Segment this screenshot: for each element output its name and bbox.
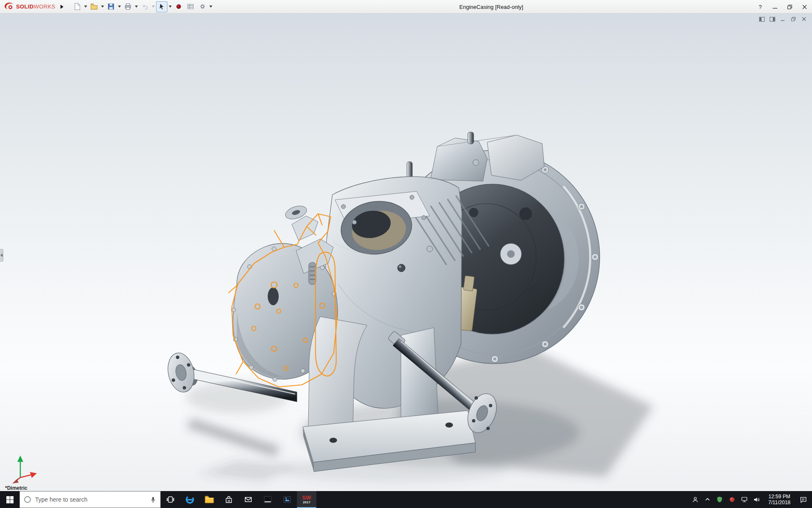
print-button[interactable] <box>122 1 134 12</box>
solidworks-swirl-icon <box>4 3 14 11</box>
select-arrow-icon <box>158 3 165 10</box>
new-document-dropdown[interactable] <box>83 1 88 12</box>
people-icon <box>691 496 699 503</box>
people-button[interactable] <box>691 496 699 503</box>
clock-date: 7/11/2018 <box>768 500 791 505</box>
dock-pane-right-icon <box>770 17 775 22</box>
select-tool-dropdown[interactable] <box>168 1 173 12</box>
chevron-down-icon <box>135 6 138 8</box>
help-button[interactable]: ? <box>753 0 768 14</box>
options-button[interactable] <box>197 1 208 12</box>
close-icon <box>802 5 807 9</box>
undo-button[interactable] <box>139 1 151 12</box>
task-view-icon <box>166 495 175 504</box>
x-axis-arrow <box>20 475 32 478</box>
dock-pane-left-button[interactable] <box>758 16 765 22</box>
file-properties-icon <box>187 3 194 10</box>
file-explorer-button[interactable] <box>200 491 219 508</box>
maximize-button[interactable] <box>782 0 797 14</box>
close-button[interactable] <box>797 0 812 14</box>
mail-button[interactable] <box>239 491 258 508</box>
document-title: EngineCasing [Read-only] <box>459 0 523 14</box>
child-window-controls <box>758 16 808 22</box>
photos-icon <box>283 495 292 504</box>
task-view-button[interactable] <box>161 491 180 508</box>
undo-icon <box>141 3 148 10</box>
solidworks-logo: SOLIDWORKS <box>0 3 58 11</box>
start-button[interactable] <box>0 491 19 508</box>
solidworks-app-button[interactable]: SW 2017 <box>297 491 316 508</box>
network-tray-button[interactable] <box>741 496 748 503</box>
action-center-icon <box>799 496 807 504</box>
chevron-down-icon <box>101 6 104 8</box>
open-button[interactable] <box>88 1 100 12</box>
quick-access-toolbar <box>71 1 213 12</box>
expand-triangle-icon <box>60 5 63 9</box>
taskbar-clock[interactable]: 12:59 PM 7/11/2018 <box>765 491 795 508</box>
rebuild-button[interactable] <box>173 1 184 12</box>
search-input[interactable] <box>35 496 146 503</box>
view-orientation-label: *Dimetric <box>5 485 27 491</box>
solidworks-monitor-tray-button[interactable] <box>728 496 736 503</box>
save-dropdown[interactable] <box>117 1 122 12</box>
open-folder-icon <box>91 3 98 10</box>
new-document-button[interactable] <box>71 1 83 12</box>
microphone-icon[interactable] <box>150 496 156 503</box>
print-icon <box>124 3 132 10</box>
taskbar-spacer <box>316 491 687 508</box>
console-icon <box>263 495 272 504</box>
store-button[interactable] <box>219 491 239 508</box>
titlebar: SOLIDWORKS <box>0 0 812 14</box>
windows-logo-icon <box>6 496 14 503</box>
chevron-down-icon <box>84 6 87 8</box>
graphics-viewport[interactable]: *Dimetric <box>0 14 812 491</box>
file-properties-button[interactable] <box>185 1 196 12</box>
taskbar-search[interactable] <box>19 491 161 508</box>
close-icon <box>802 17 807 22</box>
save-floppy-icon <box>107 3 115 10</box>
resource-monitor-icon <box>729 497 735 502</box>
volume-tray-button[interactable] <box>753 496 760 503</box>
system-tray <box>687 491 765 508</box>
clock-time: 12:59 PM <box>768 494 790 500</box>
defender-tray-button[interactable] <box>716 496 724 503</box>
window-controls: ? <box>753 0 812 14</box>
show-hidden-icons-button[interactable] <box>704 496 711 503</box>
dock-pane-right-button[interactable] <box>768 16 776 22</box>
rebuild-icon <box>176 3 182 10</box>
file-explorer-icon <box>204 495 214 504</box>
undo-dropdown[interactable] <box>151 1 156 12</box>
action-center-button[interactable] <box>794 491 812 508</box>
photos-app-button[interactable] <box>277 491 297 508</box>
dock-pane-left-icon <box>759 17 765 22</box>
engine-casing-model[interactable] <box>0 14 812 491</box>
mail-envelope-icon <box>244 495 253 504</box>
restore-icon <box>791 17 796 22</box>
child-restore-button[interactable] <box>790 16 797 22</box>
edge-browser-button[interactable] <box>180 491 200 508</box>
print-dropdown[interactable] <box>134 1 139 12</box>
new-document-icon <box>74 3 81 10</box>
solidworks-app-icon: SW <box>302 495 311 500</box>
select-tool-button[interactable] <box>156 1 167 12</box>
open-dropdown[interactable] <box>100 1 105 12</box>
options-dropdown[interactable] <box>208 1 213 12</box>
minimize-button[interactable] <box>768 0 782 14</box>
defender-shield-icon <box>716 496 723 503</box>
store-bag-icon <box>224 495 233 504</box>
chevron-down-icon <box>152 6 155 8</box>
orientation-triad <box>6 450 44 484</box>
taskbar: SW 2017 <box>0 491 812 508</box>
save-button[interactable] <box>105 1 117 12</box>
chevron-down-icon <box>118 6 121 8</box>
edge-icon <box>185 494 195 505</box>
console-app-button[interactable] <box>258 491 277 508</box>
gear-icon <box>199 3 206 10</box>
network-icon <box>741 496 748 503</box>
cortana-ring-icon <box>24 496 31 503</box>
child-minimize-button[interactable] <box>779 16 787 22</box>
minimize-icon <box>781 17 785 22</box>
menu-expand-arrow[interactable] <box>58 2 66 12</box>
top-bracket[interactable] <box>407 132 544 181</box>
child-close-button[interactable] <box>800 16 808 22</box>
